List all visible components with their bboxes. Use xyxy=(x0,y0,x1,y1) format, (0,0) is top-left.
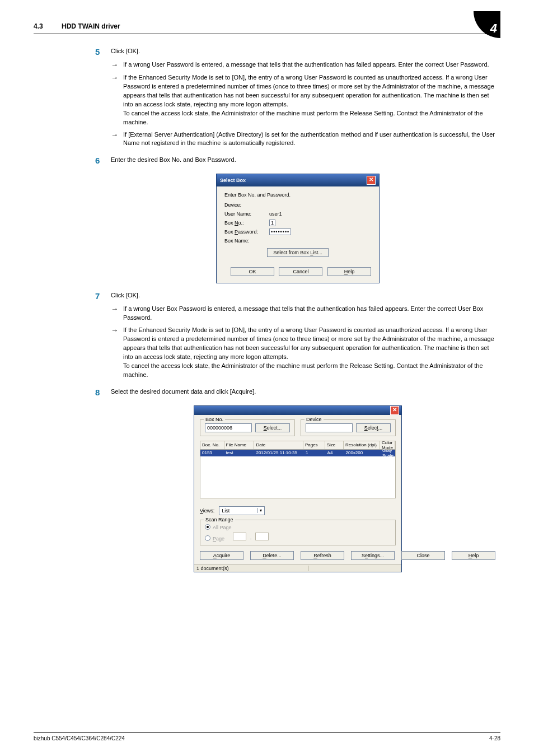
cell-pages: 1 xyxy=(304,450,326,455)
col-resolution[interactable]: Resolution (dpi) xyxy=(344,441,380,449)
step-5-number: 5 xyxy=(95,47,111,57)
device-label: Device: xyxy=(224,202,269,208)
step-5: 5 Click [OK]. xyxy=(95,47,500,57)
boxname-label: Box Name: xyxy=(224,238,269,244)
boxno-value: 000000006 xyxy=(205,423,252,432)
boxno-input[interactable]: 1 xyxy=(269,220,275,226)
cell-doc-no: 0153 xyxy=(200,450,224,455)
cell-file-name: test xyxy=(224,450,254,455)
step-7-bullet-1: If a wrong User Box Password is entered,… xyxy=(123,305,500,323)
close-icon[interactable]: ✕ xyxy=(367,176,376,185)
select-from-box-list-button[interactable]: Select from Box List... xyxy=(267,248,329,257)
document-list-header: Doc. No. File Name Date Pages Size Resol… xyxy=(200,441,396,450)
step-8-number: 8 xyxy=(95,388,111,398)
settings-button[interactable]: Settings... xyxy=(351,551,395,560)
page-footer: bizhub C554/C454/C364/C284/C224 4-28 xyxy=(34,732,500,741)
views-row: Views: List ▾ xyxy=(200,506,396,515)
dialog-title: Select Box xyxy=(220,178,246,183)
cell-resolution: 200x200 xyxy=(344,450,381,455)
step-5-bullet-3: If [External Server Authentication] (Act… xyxy=(123,130,500,148)
device-select-button[interactable]: Select... xyxy=(356,423,391,432)
section-title: HDD TWAIN driver xyxy=(62,22,120,30)
footer-model: bizhub C554/C454/C364/C284/C224 xyxy=(34,735,125,741)
page-label: Page xyxy=(213,536,224,542)
views-label: Views: xyxy=(200,508,214,514)
arrow-icon: → xyxy=(111,326,123,335)
step-6-text: Enter the desired Box No. and Box Passwo… xyxy=(111,156,236,165)
cell-color-mode: Gray Scale xyxy=(381,448,395,458)
arrow-icon: → xyxy=(111,305,123,314)
select-box-dialog: Select Box ✕ Enter Box No. and Password.… xyxy=(216,174,380,283)
views-select[interactable]: List ▾ xyxy=(219,506,265,515)
chevron-down-icon: ▾ xyxy=(257,508,264,513)
ok-button[interactable]: OK xyxy=(231,267,274,276)
radio-all-page[interactable] xyxy=(205,524,210,530)
step-7-bullets: →If a wrong User Box Password is entered… xyxy=(111,305,500,380)
close-icon[interactable]: ✕ xyxy=(390,406,399,415)
step-7-bullet-2: If the Enhanced Security Mode is set to … xyxy=(123,326,500,380)
step-7: 7 Click [OK]. xyxy=(95,291,500,301)
username-label: User Name: xyxy=(224,211,269,217)
header-rule xyxy=(34,34,500,34)
cancel-button[interactable]: Cancel xyxy=(279,267,322,276)
scan-range-legend: Scan Range xyxy=(204,517,235,522)
cell-date: 2012/01/25 11:10:35 xyxy=(254,450,304,455)
scan-range-fieldset: Scan Range All Page Page - xyxy=(200,520,396,545)
dialog-subtitle: Enter Box No. and Password. xyxy=(224,192,371,198)
device-fieldset: Device Select... xyxy=(301,419,396,436)
help-button[interactable]: Help xyxy=(327,267,371,276)
cell-size: A4 xyxy=(326,450,344,455)
boxpw-label: Box Password: xyxy=(224,229,269,235)
arrow-icon: → xyxy=(111,60,123,70)
col-date[interactable]: Date xyxy=(254,441,303,449)
help-button[interactable]: Help xyxy=(452,551,495,560)
step-6: 6 Enter the desired Box No. and Box Pass… xyxy=(95,156,500,166)
acquire-dialog: . ✕ Box No. 000000006 Select... xyxy=(194,405,402,572)
step-8: 8 Select the desired document data and c… xyxy=(95,388,500,398)
arrow-icon: → xyxy=(111,130,123,140)
step-7-number: 7 xyxy=(95,291,111,301)
views-value: List xyxy=(219,508,257,514)
step-6-number: 6 xyxy=(95,156,111,166)
col-pages[interactable]: Pages xyxy=(303,441,325,449)
step-8-text: Select the desired document data and cli… xyxy=(111,388,256,396)
page-header: 4.3 HDD TWAIN driver 4 xyxy=(34,22,500,37)
radio-page-range[interactable] xyxy=(205,535,210,541)
acquire-button[interactable]: Acquire xyxy=(200,551,243,560)
page-to-input[interactable] xyxy=(255,533,269,540)
all-page-label: All Page xyxy=(213,525,232,530)
delete-button[interactable]: Delete... xyxy=(250,551,294,560)
acquire-dialog-figure: . ✕ Box No. 000000006 Select... xyxy=(95,405,500,572)
step-5-bullet-1: If a wrong User Password is entered, a m… xyxy=(123,60,500,69)
status-document-count: 1 document(s) xyxy=(196,566,309,571)
col-doc-no[interactable]: Doc. No. xyxy=(200,441,224,449)
boxno-select-button[interactable]: Select... xyxy=(255,423,290,432)
col-size[interactable]: Size xyxy=(325,441,344,449)
boxpw-input[interactable]: •••••••• xyxy=(269,228,291,235)
dialog-titlebar: Select Box ✕ xyxy=(217,174,379,186)
col-file-name[interactable]: File Name xyxy=(224,441,255,449)
refresh-button[interactable]: Refresh xyxy=(301,551,344,560)
device-legend: Device xyxy=(305,417,324,422)
chapter-number: 4 xyxy=(490,21,497,36)
status-bar: 1 document(s) xyxy=(194,564,401,572)
username-value: user1 xyxy=(269,211,371,217)
boxno-fieldset: Box No. 000000006 Select... xyxy=(200,419,295,436)
step-5-bullets: →If a wrong User Password is entered, a … xyxy=(111,60,500,148)
step-5-bullet-2: If the Enhanced Security Mode is set to … xyxy=(123,73,500,127)
device-value xyxy=(306,423,353,432)
footer-page-number: 4-28 xyxy=(489,735,500,741)
table-row[interactable]: 0153 test 2012/01/25 11:10:35 1 A4 200x2… xyxy=(200,450,395,456)
section-number: 4.3 xyxy=(34,22,43,30)
page-from-input[interactable] xyxy=(233,533,246,540)
step-7-text: Click [OK]. xyxy=(111,291,140,300)
step-5-text: Click [OK]. xyxy=(111,47,140,56)
document-list[interactable]: 0153 test 2012/01/25 11:10:35 1 A4 200x2… xyxy=(200,450,396,498)
boxno-label: Box No.: xyxy=(224,220,269,226)
dash: - xyxy=(250,536,252,542)
dialog-titlebar: . ✕ xyxy=(194,406,401,415)
boxno-legend: Box No. xyxy=(204,417,225,422)
select-box-dialog-figure: Select Box ✕ Enter Box No. and Password.… xyxy=(95,174,500,283)
dialog-button-row: Acquire Delete... Refresh Settings... Cl… xyxy=(200,551,396,560)
close-button[interactable]: Close xyxy=(401,551,445,560)
